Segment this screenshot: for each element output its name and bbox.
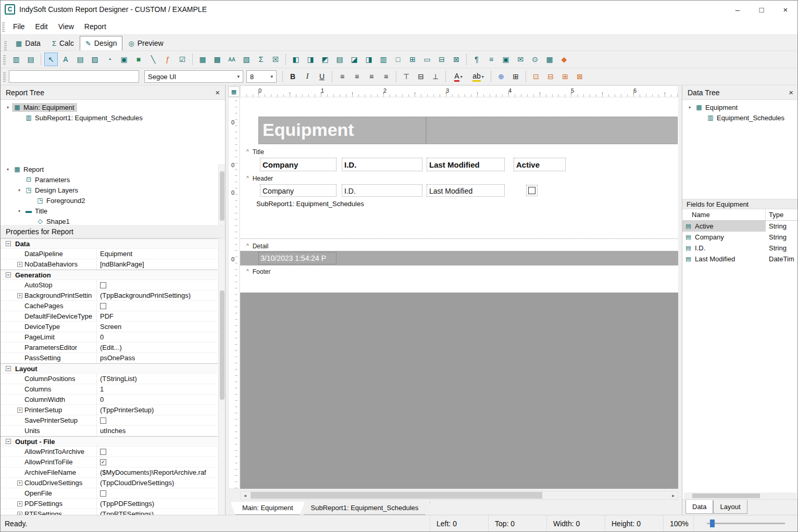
menu-item-file[interactable]: File (8, 20, 30, 33)
align-right-button[interactable]: ≡ (365, 70, 378, 83)
property-value[interactable]: Screen (97, 323, 218, 331)
data-tree-tab-data[interactable]: Data (685, 500, 713, 514)
label-tool-icon[interactable]: A (59, 53, 72, 66)
zoom-slider-thumb[interactable] (710, 520, 715, 527)
property-row-printersetup[interactable]: +PrinterSetup(TppPrinterSetup) (1, 405, 218, 415)
memo-tool-icon[interactable]: ▤ (73, 53, 87, 66)
property-value[interactable]: 0 (97, 396, 218, 403)
property-row-columnwidth[interactable]: ColumnWidth0 (1, 395, 218, 405)
property-value[interactable]: (TppPDFSettings) (97, 500, 218, 508)
header-label-last-modified[interactable]: Last Modified (427, 158, 505, 171)
scrollbar-track[interactable] (250, 491, 669, 499)
object-selector-combo[interactable] (9, 70, 139, 83)
band-group-header-icon[interactable]: ◩ (318, 53, 332, 66)
subreport-element[interactable]: SubReport1: Equipment_Schedules (256, 200, 364, 208)
collapse-icon[interactable]: − (6, 241, 11, 246)
property-value[interactable] (97, 282, 218, 288)
property-row-pagelimit[interactable]: PageLimit0 (1, 332, 218, 343)
toolbar-grip[interactable] (3, 54, 6, 65)
property-row-saveprintersetup[interactable]: SavePrinterSetup (1, 415, 218, 426)
highlight-color-button[interactable]: ab▾ (469, 70, 488, 83)
report-tree-subreport1-equipment-schedules[interactable]: ▥SubReport1: Equipment_Schedules (1, 112, 218, 123)
zoom-slider-track[interactable] (707, 523, 785, 524)
header-band[interactable]: CompanyI.D.Last ModifiedActive (240, 156, 678, 174)
property-row-units[interactable]: UnitsutInches (1, 426, 218, 436)
property-row-defaultfiledevicetype[interactable]: DefaultFileDeviceTypePDF (1, 311, 218, 322)
band-pagestyle-icon[interactable]: □ (391, 53, 405, 66)
dbrichtext-tool-icon[interactable]: AA (225, 53, 239, 66)
column-header-type[interactable]: Type (766, 211, 783, 219)
dbcheckbox-tool-icon[interactable]: ☒ (269, 53, 282, 66)
checkbox-icon[interactable] (528, 187, 535, 194)
dbtext-tool-icon[interactable]: ▦ (196, 53, 209, 66)
band-detail-icon[interactable]: ▤ (333, 53, 346, 66)
scrollbar-thumb[interactable] (220, 171, 225, 221)
zoom-slider[interactable] (693, 515, 797, 531)
align-center-button[interactable]: ≡ (350, 70, 364, 83)
property-value[interactable]: (TppBackgroundPrintSettings) (97, 292, 218, 299)
italic-button[interactable]: I (301, 70, 314, 83)
palette-icon[interactable]: ◆ (557, 53, 571, 66)
property-row-archivefilename[interactable]: ArchiveFileName($MyDocuments)\ReportArch… (1, 467, 218, 478)
band-title-icon[interactable]: ◧ (289, 53, 303, 66)
header-label-company[interactable]: Company (260, 158, 336, 171)
document-tab-subreport1-equipment-schedules[interactable]: SubReport1: Equipment_Schedules (299, 502, 431, 515)
report-outline-parameters[interactable]: ⊡Parameters (1, 174, 218, 185)
checkbox-unchecked-icon[interactable] (100, 303, 106, 309)
view-tab-data[interactable]: ▦Data (10, 36, 46, 50)
data-tree-equipment-schedules[interactable]: ▥Equipment_Schedules (682, 112, 798, 123)
property-value[interactable]: Equipment (97, 250, 218, 258)
title-shape-element[interactable] (426, 117, 678, 144)
expand-icon[interactable]: + (17, 293, 22, 298)
scroll-right-icon[interactable]: ▸ (669, 491, 678, 499)
band-strip-detail[interactable]: ^ Detail (240, 242, 678, 250)
mail-icon[interactable]: ✉ (514, 53, 527, 66)
systemvariable-tool-icon[interactable]: ◔ (103, 53, 116, 66)
checkbox-unchecked-icon[interactable] (100, 282, 106, 288)
property-value[interactable]: 0 (97, 333, 218, 341)
collapse-band-icon[interactable]: ^ (246, 176, 249, 181)
canvas-horizontal-scrollbar[interactable]: ◂ ▸ (240, 491, 678, 500)
layers-icon[interactable]: ≡ (484, 53, 498, 66)
toolbar-grip[interactable] (2, 21, 5, 32)
checkbox-unchecked-icon[interactable] (100, 490, 106, 497)
shape-tool-icon[interactable]: ■ (132, 53, 145, 66)
property-value[interactable] (97, 417, 218, 424)
richtext-tool-icon[interactable]: ▨ (88, 53, 102, 66)
minimize-button[interactable]: – (726, 1, 750, 18)
report-tree-scrollbar[interactable] (218, 164, 225, 225)
toolbar-grip[interactable] (3, 71, 6, 82)
view-tab-preview[interactable]: ◎Preview (122, 36, 169, 50)
chevron-down-icon[interactable]: ▾ (15, 188, 23, 193)
band-strip-footer[interactable]: ^ Footer (240, 267, 678, 276)
field-row-i-d[interactable]: ▤I.D.String (682, 243, 798, 254)
report-outline-design-layers[interactable]: ▾◳Design Layers (1, 185, 218, 195)
detail-field-last-modified[interactable]: Last Modified (427, 184, 505, 197)
borders-button[interactable]: ⊞ (509, 70, 522, 83)
property-row-datapipeline[interactable]: DataPipelineEquipment (1, 249, 218, 259)
send-to-back-button[interactable]: ⊟ (544, 70, 557, 83)
property-section-data[interactable]: −Data (1, 238, 218, 249)
scrollbar-thumb[interactable] (251, 492, 542, 499)
anchor-button[interactable]: ⊕ (494, 70, 508, 83)
font-name-combo[interactable]: Segoe UI ▾ (144, 70, 243, 83)
property-value[interactable] (97, 449, 218, 455)
scrollbar-thumb[interactable] (692, 493, 760, 498)
property-row-autostop[interactable]: AutoStop (1, 280, 218, 290)
property-row-openfile[interactable]: OpenFile (1, 488, 218, 499)
band-strip-header[interactable]: ^ Header (240, 174, 678, 183)
property-value[interactable]: PDF (97, 312, 218, 320)
ruler-corner-button[interactable]: ▦ (228, 86, 240, 97)
header-label-i-d[interactable]: I.D. (342, 158, 422, 171)
detail-band[interactable]: SubReport1: Equipment_Schedules CompanyI… (240, 183, 678, 242)
property-row-allowprinttoarchive[interactable]: AllowPrintToArchive (1, 447, 218, 457)
property-value[interactable] (97, 490, 218, 497)
property-row-columns[interactable]: Columns1 (1, 384, 218, 395)
dbimage-tool-icon[interactable]: ▧ (240, 53, 253, 66)
property-value[interactable]: (Edit...) (97, 344, 218, 351)
report-tree-main-equipment[interactable]: ▾▦Main: Equipment (1, 102, 218, 112)
property-value[interactable]: ($MyDocuments)\ReportArchive.raf (97, 468, 218, 476)
property-section-output-file[interactable]: −Output - File (1, 436, 218, 447)
active-checkbox-element[interactable] (526, 185, 538, 196)
align-top-button[interactable]: ⊤ (400, 70, 413, 83)
